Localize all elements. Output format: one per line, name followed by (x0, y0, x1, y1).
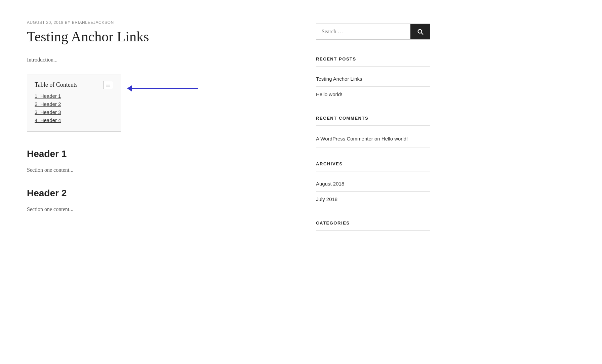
post-title: Testing Anchor Links (27, 28, 289, 45)
toc-item-4: 4. Header 4 (35, 117, 113, 123)
recent-comments-widget: RECENT COMMENTS A WordPress Commenter on… (316, 116, 430, 148)
archives-title: ARCHIVES (316, 161, 430, 171)
toc-link-4[interactable]: 4. Header 4 (35, 117, 61, 123)
toc-box: Table of Contents 1. Header 1 2. Header … (27, 75, 121, 132)
archive-item-2: July 2018 (316, 192, 430, 207)
search-input[interactable] (316, 24, 410, 39)
toc-link-2[interactable]: 2. Header 2 (35, 101, 61, 107)
toc-list: 1. Header 1 2. Header 2 3. Header 3 4. H… (35, 93, 113, 123)
arrow-line-graphic (131, 88, 198, 89)
toc-item-2: 2. Header 2 (35, 101, 113, 107)
toc-arrow (131, 88, 198, 89)
comment-author-link[interactable]: A WordPress Commenter (316, 136, 373, 141)
post-intro: Introduction... (27, 55, 289, 64)
archive-link-1[interactable]: August 2018 (316, 181, 344, 187)
recent-post-link-2[interactable]: Hello world! (316, 91, 342, 97)
archives-list: August 2018 July 2018 (316, 176, 430, 207)
section-header-2: Header 2 Section one content... (27, 188, 289, 214)
search-button[interactable] (410, 24, 430, 39)
archives-widget: ARCHIVES August 2018 July 2018 (316, 161, 430, 207)
recent-posts-widget: RECENT POSTS Testing Anchor Links Hello … (316, 56, 430, 102)
comment-on-text: on (374, 136, 382, 141)
sidebar: RECENT POSTS Testing Anchor Links Hello … (316, 20, 430, 244)
post-meta: AUGUST 20, 2018 BY BRIANLEEJACKSON (27, 20, 289, 25)
toc-link-1[interactable]: 1. Header 1 (35, 93, 61, 99)
page-wrapper: AUGUST 20, 2018 BY BRIANLEEJACKSON Testi… (0, 0, 602, 264)
section-header-1: Header 1 Section one content... (27, 149, 289, 174)
main-content: AUGUST 20, 2018 BY BRIANLEEJACKSON Testi… (27, 20, 289, 244)
toc-item-3: 3. Header 3 (35, 109, 113, 115)
recent-posts-title: RECENT POSTS (316, 56, 430, 67)
toc-title: Table of Contents (35, 81, 78, 88)
archive-item-1: August 2018 (316, 176, 430, 192)
toc-container: Table of Contents 1. Header 1 2. Header … (27, 75, 289, 132)
toc-header: Table of Contents (35, 81, 113, 89)
toc-item-1: 1. Header 1 (35, 93, 113, 99)
search-widget (316, 24, 430, 40)
section-content-1: Section one content... (27, 165, 289, 174)
section-heading-2: Header 2 (27, 188, 289, 199)
recent-post-item-1: Testing Anchor Links (316, 71, 430, 87)
recent-posts-list: Testing Anchor Links Hello world! (316, 71, 430, 102)
toc-link-3[interactable]: 3. Header 3 (35, 109, 61, 115)
recent-post-link-1[interactable]: Testing Anchor Links (316, 76, 362, 82)
archive-link-2[interactable]: July 2018 (316, 196, 337, 202)
toc-toggle-button[interactable] (103, 81, 113, 89)
comment-post-link[interactable]: Hello world! (382, 136, 408, 141)
section-heading-1: Header 1 (27, 149, 289, 159)
recent-comment-item-1: A WordPress Commenter on Hello world! (316, 130, 430, 148)
categories-title: CATEGORIES (316, 220, 430, 231)
categories-widget: CATEGORIES (316, 220, 430, 231)
recent-post-item-2: Hello world! (316, 87, 430, 102)
section-content-2: Section one content... (27, 205, 289, 214)
search-icon (416, 28, 424, 35)
recent-comments-title: RECENT COMMENTS (316, 116, 430, 126)
